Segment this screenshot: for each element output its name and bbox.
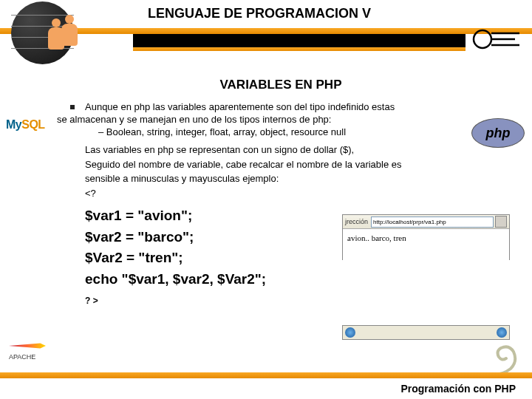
divider-orange-bottom xyxy=(0,372,532,378)
paragraph-line: Las variables en php se representan con … xyxy=(85,143,491,157)
code-line: echo "$var1, $var2, $Var2"; xyxy=(85,269,491,290)
zone-icon xyxy=(497,327,507,338)
main-title: LENGUAJE DE PROGRAMACION V xyxy=(148,6,371,21)
apache-logo: APACHE xyxy=(9,339,46,361)
paragraph-line: sensible a minusculas y mayusculas ejemp… xyxy=(85,172,491,185)
paragraph-line: Seguido del nombre de variable, cabe rec… xyxy=(85,158,491,171)
bullet-item: Aunque en php las variables aparentement… xyxy=(70,101,491,112)
go-icon[interactable] xyxy=(495,216,507,228)
divider-orange-2 xyxy=(133,47,466,51)
address-field[interactable]: http://localhost/prpr/va1.php xyxy=(371,216,494,228)
code-open-tag: <? xyxy=(85,187,491,200)
bullet-icon xyxy=(70,105,75,109)
browser-statusbar xyxy=(342,325,510,340)
address-label: jrección xyxy=(345,218,368,225)
wing-icon xyxy=(469,26,521,52)
code-close-tag: ? > xyxy=(85,296,491,306)
divider-black xyxy=(133,34,466,47)
browser-toolbar: jrección http://localhost/prpr/va1.php xyxy=(343,215,509,229)
browser-window: jrección http://localhost/prpr/va1.php a… xyxy=(342,214,510,260)
svg-point-0 xyxy=(474,30,491,48)
slide-header: LENGUAJE DE PROGRAMACION V xyxy=(0,0,532,70)
slide-content: VARIABLES EN PHP Aunque en php las varia… xyxy=(0,70,532,306)
bullet-text: Aunque en php las variables aparentement… xyxy=(85,101,395,112)
globe-people-icon xyxy=(11,1,129,68)
content-title: VARIABLES EN PHP xyxy=(70,78,491,92)
browser-output: avion.. barco, tren xyxy=(343,229,509,260)
footer-text: Programación con PHP xyxy=(400,383,516,395)
feather-icon xyxy=(9,339,46,352)
bullet-text-cont: se almacenan y se manejan en uno de los … xyxy=(57,114,491,125)
ie-icon xyxy=(345,327,355,338)
sub-bullet-text: – Boolean, string, integer, float, array… xyxy=(98,126,491,137)
